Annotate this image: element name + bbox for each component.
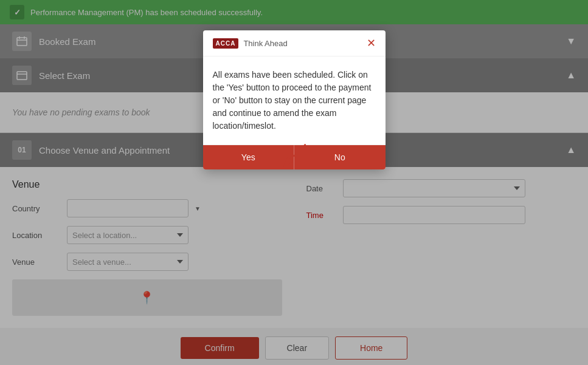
modal-close-button[interactable]: ✕ [367,38,376,49]
modal-logo: ACCA Think Ahead [213,38,288,49]
modal-no-button[interactable]: No [294,145,386,169]
modal-dialog: ACCA Think Ahead ✕ All exams have been s… [203,30,386,169]
modal-overlay: ACCA Think Ahead ✕ All exams have been s… [0,0,588,365]
modal-message: All exams have been scheduled. Click on … [213,70,372,131]
modal-body: All exams have been scheduled. Click on … [203,56,386,145]
modal-yes-button[interactable]: Yes [203,145,295,169]
modal-footer: Yes No [203,145,386,169]
modal-header: ACCA Think Ahead ✕ [203,30,386,56]
modal-tagline: Think Ahead [243,39,287,48]
acca-logo: ACCA [213,38,239,49]
